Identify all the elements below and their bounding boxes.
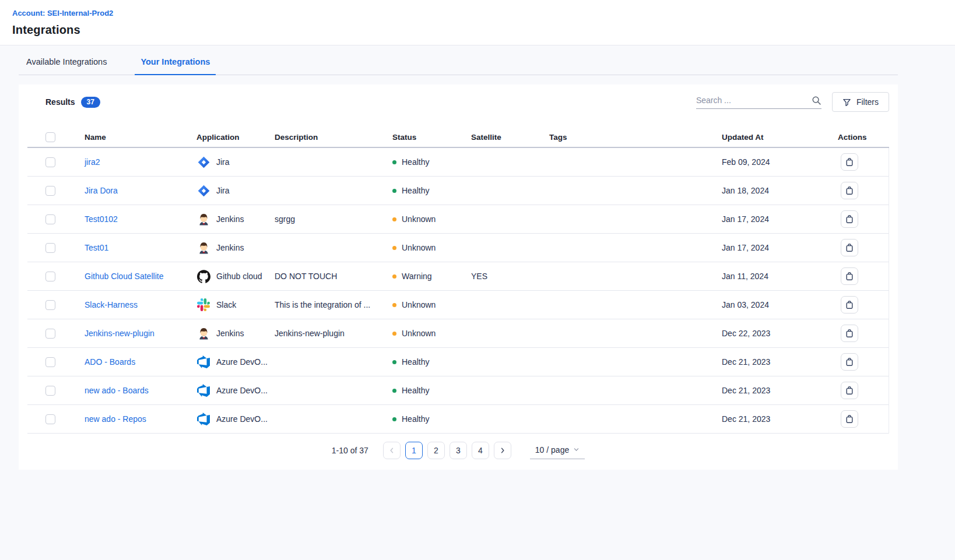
delete-button[interactable]: [841, 325, 858, 342]
jenkins-icon: [196, 212, 210, 226]
filters-button[interactable]: Filters: [832, 92, 889, 112]
integration-name-link[interactable]: new ado - Repos: [85, 414, 146, 424]
row-checkbox[interactable]: [45, 157, 55, 167]
delete-button[interactable]: [841, 353, 858, 371]
updated-at-cell: Dec 22, 2023: [722, 329, 838, 338]
updated-at-cell: Dec 21, 2023: [722, 357, 838, 367]
status-dot: [392, 332, 396, 336]
delete-button[interactable]: [841, 267, 858, 285]
integration-name-link[interactable]: ADO - Boards: [85, 357, 135, 367]
integration-name-link[interactable]: Github Cloud Satellite: [85, 272, 163, 281]
delete-button[interactable]: [841, 182, 858, 199]
app-label: Slack: [216, 300, 236, 309]
integration-name-link[interactable]: Test0102: [85, 214, 118, 224]
description-cell: This is the integration of ...: [275, 300, 392, 309]
row-checkbox[interactable]: [45, 386, 55, 396]
status-dot: [392, 389, 396, 393]
jira-icon: [196, 155, 210, 169]
column-header-status: Status: [392, 133, 471, 142]
status-dot: [392, 360, 396, 364]
table-row: Jira Dora Jira Healthy Jan 18, 2024: [27, 177, 889, 205]
tab-available-integrations[interactable]: Available Integrations: [20, 57, 113, 75]
jira-icon: [196, 184, 210, 198]
azure-devops-icon: [196, 412, 210, 426]
row-checkbox[interactable]: [45, 357, 55, 367]
integration-name-link[interactable]: jira2: [85, 157, 100, 167]
pagination: 1-10 of 37 1 2 3 4 10 / page: [27, 442, 889, 459]
trash-icon: [845, 157, 854, 167]
slack-icon: [196, 298, 210, 312]
select-all-checkbox[interactable]: [45, 132, 55, 142]
row-checkbox[interactable]: [45, 414, 55, 424]
row-checkbox[interactable]: [45, 243, 55, 253]
row-checkbox[interactable]: [45, 214, 55, 224]
results-label: Results: [45, 97, 75, 107]
azure-devops-icon: [196, 383, 210, 397]
updated-at-cell: Dec 21, 2023: [722, 386, 838, 395]
delete-button[interactable]: [841, 210, 858, 228]
toolbar: Results 37 Filters: [27, 92, 889, 112]
app-label: Jira: [216, 186, 230, 195]
pagination-prev-button[interactable]: [383, 442, 401, 459]
status-label: Healthy: [402, 414, 429, 424]
delete-button[interactable]: [841, 410, 858, 428]
status-dot: [392, 160, 396, 164]
results-count-badge: 37: [81, 97, 100, 108]
row-checkbox[interactable]: [45, 272, 55, 281]
github-icon: [196, 269, 210, 283]
azure-devops-icon: [196, 355, 210, 369]
updated-at-cell: Jan 17, 2024: [722, 243, 838, 252]
integration-name-link[interactable]: Test01: [85, 243, 108, 252]
table-row: Jenkins-new-plugin Jenkins Jenkins-new-p…: [27, 319, 889, 348]
table-row: new ado - Repos Azure DevO... Healthy De…: [27, 405, 889, 434]
status-dot: [392, 417, 396, 421]
tab-your-integrations[interactable]: Your Integrations: [135, 57, 216, 75]
pagination-page-1[interactable]: 1: [405, 442, 423, 459]
table-row: new ado - Boards Azure DevO... Healthy D…: [27, 376, 889, 405]
updated-at-cell: Dec 21, 2023: [722, 414, 838, 424]
integration-name-link[interactable]: new ado - Boards: [85, 386, 149, 395]
trash-icon: [845, 272, 854, 281]
pagination-page-4[interactable]: 4: [472, 442, 489, 459]
search-box: [696, 96, 821, 109]
delete-button[interactable]: [841, 296, 858, 314]
jenkins-icon: [196, 241, 210, 255]
app-label: Jira: [216, 157, 230, 167]
status-label: Healthy: [402, 357, 429, 367]
status-label: Unknown: [402, 300, 436, 309]
status-label: Healthy: [402, 186, 429, 195]
pagination-next-button[interactable]: [494, 442, 511, 459]
delete-button[interactable]: [841, 382, 858, 399]
delete-button[interactable]: [841, 153, 858, 171]
pagination-page-2[interactable]: 2: [427, 442, 445, 459]
integration-name-link[interactable]: Jenkins-new-plugin: [85, 329, 155, 338]
updated-at-cell: Jan 17, 2024: [722, 214, 838, 224]
integrations-card: Results 37 Filters: [19, 84, 898, 470]
row-checkbox[interactable]: [45, 300, 55, 310]
table-row: Slack-Harness Slack This is the integrat…: [27, 291, 889, 319]
pagination-page-3[interactable]: 3: [450, 442, 467, 459]
row-checkbox[interactable]: [45, 329, 55, 339]
search-input[interactable]: [696, 96, 812, 105]
account-link[interactable]: Account: SEI-Internal-Prod2: [12, 9, 113, 17]
pagination-range: 1-10 of 37: [332, 446, 368, 455]
trash-icon: [845, 357, 854, 367]
integration-name-link[interactable]: Jira Dora: [85, 186, 118, 195]
delete-button[interactable]: [841, 239, 858, 256]
page-header: Account: SEI-Internal-Prod2 Integrations: [0, 0, 955, 45]
table-row: Test0102 Jenkins sgrgg Unknown Jan 17, 2…: [27, 205, 889, 234]
row-checkbox[interactable]: [45, 186, 55, 196]
jenkins-icon: [196, 326, 210, 340]
app-label: Github cloud: [216, 272, 262, 281]
updated-at-cell: Feb 09, 2024: [722, 157, 838, 167]
filter-funnel-icon: [842, 98, 851, 107]
description-cell: Jenkins-new-plugin: [275, 329, 392, 338]
trash-icon: [845, 414, 854, 424]
chevron-left-icon: [388, 447, 395, 454]
satellite-cell: YES: [471, 272, 549, 281]
search-icon: [812, 96, 821, 105]
integration-name-link[interactable]: Slack-Harness: [85, 300, 138, 309]
status-dot: [392, 274, 396, 279]
page-size-label: 10 / page: [535, 445, 569, 455]
page-size-select[interactable]: 10 / page: [530, 442, 585, 459]
